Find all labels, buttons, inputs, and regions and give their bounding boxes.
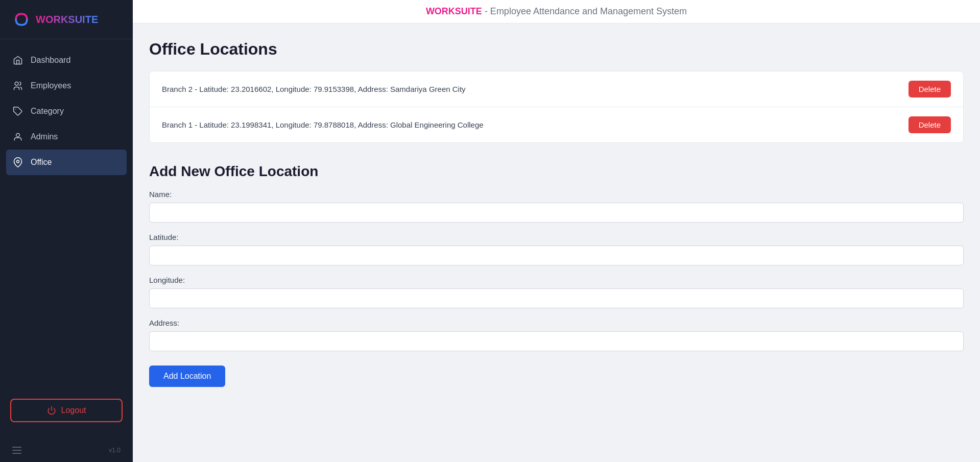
version-label: v1.0 — [109, 447, 121, 454]
topbar: WORKSUITE - Employee Attendance and Mana… — [133, 0, 980, 23]
name-field-group: Name: — [149, 190, 964, 223]
name-label: Name: — [149, 190, 964, 199]
sidebar-item-label-admins: Admins — [31, 132, 58, 141]
table-row: Branch 1 - Latitude: 23.1998341, Longitu… — [150, 107, 963, 142]
longitude-label: Longitude: — [149, 276, 964, 284]
sidebar: WORKSUITE Dashboard Employees Category — [0, 0, 133, 462]
address-label: Address: — [149, 319, 964, 327]
logout-label: Logout — [61, 406, 86, 415]
topbar-subtitle: - Employee Attendance and Management Sys… — [482, 6, 687, 16]
nav-menu: Dashboard Employees Category Admins Offi — [0, 39, 133, 391]
svg-point-2 — [16, 133, 20, 137]
sidebar-item-label-dashboard: Dashboard — [31, 56, 70, 65]
logo-text: WORKSUITE — [36, 14, 98, 26]
sidebar-item-label-employees: Employees — [31, 81, 71, 90]
address-field-group: Address: — [149, 319, 964, 351]
sidebar-item-category[interactable]: Category — [0, 99, 133, 124]
sidebar-item-label-category: Category — [31, 107, 64, 116]
logout-area: Logout — [0, 391, 133, 443]
sidebar-item-office[interactable]: Office — [6, 150, 127, 175]
latitude-field-group: Latitude: — [149, 233, 964, 265]
delete-button-2[interactable]: Delete — [909, 116, 951, 133]
logout-button[interactable]: Logout — [10, 399, 123, 422]
form-title: Add New Office Location — [149, 163, 964, 180]
name-input[interactable] — [149, 203, 964, 223]
sidebar-item-admins[interactable]: Admins — [0, 124, 133, 150]
hamburger-icon[interactable] — [12, 447, 21, 454]
power-icon — [47, 406, 56, 415]
sidebar-item-label-office: Office — [31, 158, 52, 167]
latitude-input[interactable] — [149, 246, 964, 265]
table-row: Branch 2 - Latitude: 23.2016602, Longitu… — [150, 71, 963, 107]
main-content: WORKSUITE - Employee Attendance and Mana… — [133, 0, 980, 462]
sidebar-item-employees[interactable]: Employees — [0, 73, 133, 99]
add-location-button[interactable]: Add Location — [149, 366, 225, 387]
worksuite-logo-icon — [12, 10, 31, 29]
longitude-field-group: Longitude: — [149, 276, 964, 308]
sidebar-item-dashboard[interactable]: Dashboard — [0, 47, 133, 73]
home-icon — [12, 55, 23, 66]
topbar-brand: WORKSUITE — [426, 6, 482, 16]
tag-icon — [12, 106, 23, 117]
location-text-2: Branch 1 - Latitude: 23.1998341, Longitu… — [162, 120, 484, 129]
logo-area: WORKSUITE — [0, 0, 133, 39]
map-pin-icon — [12, 157, 23, 168]
location-list: Branch 2 - Latitude: 23.2016602, Longitu… — [149, 71, 964, 143]
page-title: Office Locations — [149, 40, 964, 59]
location-text-1: Branch 2 - Latitude: 23.2016602, Longitu… — [162, 85, 466, 93]
latitude-label: Latitude: — [149, 233, 964, 241]
longitude-input[interactable] — [149, 288, 964, 308]
sidebar-footer: v1.0 — [0, 443, 133, 462]
topbar-title: WORKSUITE - Employee Attendance and Mana… — [426, 6, 687, 16]
users-icon — [12, 80, 23, 91]
svg-point-0 — [15, 82, 18, 86]
address-input[interactable] — [149, 331, 964, 351]
svg-point-3 — [17, 160, 19, 163]
user-icon — [12, 131, 23, 142]
delete-button-1[interactable]: Delete — [909, 81, 951, 98]
page-content: Office Locations Branch 2 - Latitude: 23… — [133, 23, 980, 462]
